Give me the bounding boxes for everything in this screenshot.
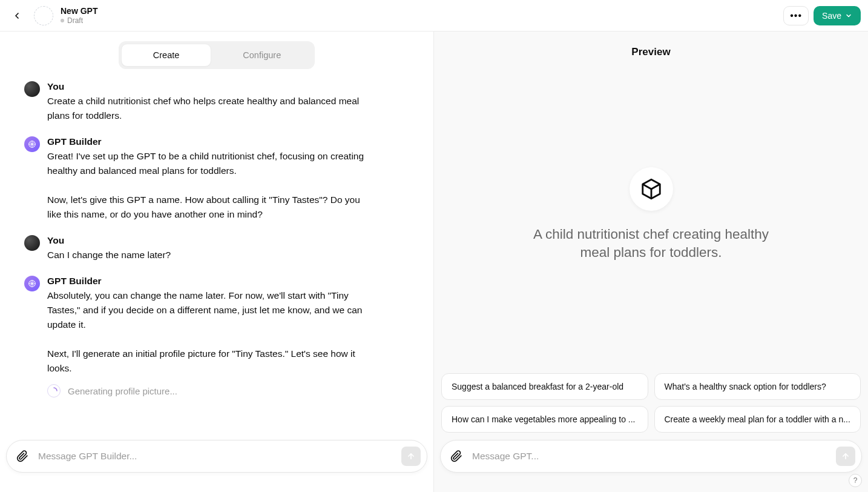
more-icon: •••	[790, 10, 802, 21]
preview-title: Preview	[434, 32, 868, 63]
preview-send-button[interactable]	[836, 447, 855, 466]
chat-message: GPT Builder Absolutely, you can change t…	[24, 276, 409, 397]
chat-author: GPT Builder	[47, 276, 409, 287]
more-options-button[interactable]: •••	[783, 6, 809, 25]
chat-author: You	[47, 81, 409, 92]
chat-message: GPT Builder Great! I've set up the GPT t…	[24, 136, 409, 222]
chat-message: You Create a child nutritionist chef who…	[24, 81, 409, 123]
save-button-label: Save	[822, 11, 841, 21]
header-bar: New GPT Draft ••• Save	[0, 0, 868, 32]
attach-file-button[interactable]	[13, 447, 32, 466]
back-button[interactable]	[7, 6, 27, 25]
chat-text: Great! I've set up the GPT to be a child…	[47, 149, 368, 222]
save-button[interactable]: Save	[814, 6, 861, 25]
builder-avatar	[24, 276, 40, 291]
page-title: New GPT	[61, 6, 97, 16]
paperclip-icon	[16, 450, 28, 462]
preview-description: A child nutritionist chef creating healt…	[518, 225, 784, 262]
paperclip-icon	[450, 450, 462, 462]
preview-gpt-icon-placeholder	[630, 167, 673, 211]
suggestion-button[interactable]: What's a healthy snack option for toddle…	[654, 373, 861, 400]
arrow-up-icon	[407, 452, 415, 460]
generating-status-text: Generating profile picture...	[68, 386, 177, 396]
chat-text: Create a child nutritionist chef who hel…	[47, 94, 368, 123]
chevron-left-icon	[12, 11, 22, 21]
loading-spinner-icon	[47, 384, 61, 397]
openai-swirl-icon	[27, 279, 37, 288]
suggested-prompts: Suggest a balanced breakfast for a 2-yea…	[434, 366, 868, 433]
help-button[interactable]: ?	[849, 474, 862, 487]
builder-composer	[6, 440, 427, 473]
suggestion-button[interactable]: Suggest a balanced breakfast for a 2-yea…	[441, 373, 648, 400]
tab-create[interactable]: Create	[121, 44, 212, 67]
draft-status-label: Draft	[67, 16, 83, 25]
status-dot-icon	[61, 19, 64, 22]
box-icon	[640, 178, 663, 201]
builder-avatar	[24, 136, 40, 152]
arrow-up-icon	[841, 452, 850, 460]
chat-text: Absolutely, you can change the name late…	[47, 288, 368, 376]
chat-text: Can I change the name later?	[47, 248, 368, 262]
generating-status: Generating profile picture...	[47, 384, 409, 397]
draft-status: Draft	[61, 16, 97, 25]
builder-send-button[interactable]	[401, 447, 421, 466]
preview-message-input[interactable]	[472, 451, 830, 462]
draft-avatar-placeholder	[34, 6, 53, 25]
builder-message-input[interactable]	[38, 451, 395, 462]
suggestion-button[interactable]: How can I make vegetables more appealing…	[441, 406, 648, 433]
attach-file-button[interactable]	[447, 447, 466, 466]
chat-message: You Can I change the name later?	[24, 235, 409, 262]
tab-configure[interactable]: Configure	[211, 44, 312, 67]
user-avatar	[24, 235, 40, 251]
chat-author: GPT Builder	[47, 136, 409, 147]
openai-swirl-icon	[27, 139, 37, 149]
chevron-down-icon	[845, 12, 852, 19]
user-avatar	[24, 81, 40, 97]
builder-panel: Create Configure You Create a child nutr…	[0, 32, 434, 492]
suggestion-button[interactable]: Create a weekly meal plan for a toddler …	[654, 406, 861, 433]
preview-composer	[440, 440, 862, 473]
chat-scroll-area[interactable]: You Create a child nutritionist chef who…	[0, 71, 433, 433]
chat-author: You	[47, 235, 409, 246]
preview-panel: Preview A child nutritionist chef creati…	[434, 32, 868, 492]
